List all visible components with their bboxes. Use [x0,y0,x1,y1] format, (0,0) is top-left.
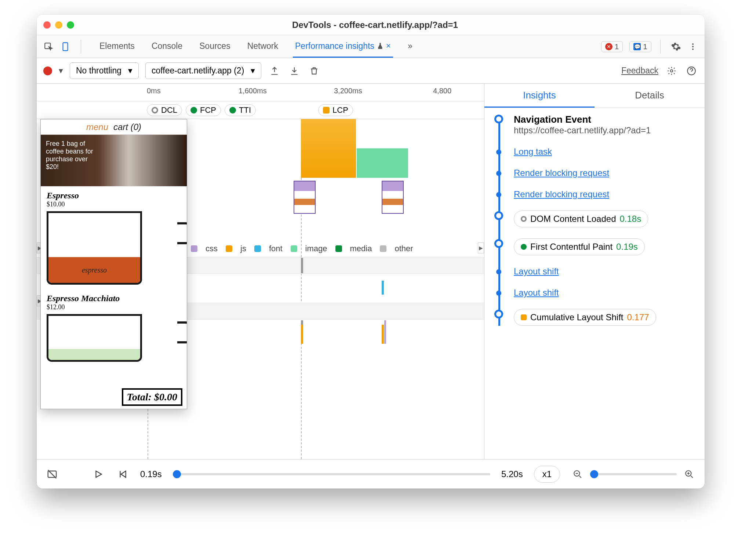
insight-layout-shift[interactable]: Layout shift [514,266,697,277]
insight-layout-shift[interactable]: Layout shift [514,288,697,298]
marker-dcl[interactable]: DCL [147,104,182,116]
lcp-block[interactable] [301,119,356,178]
insight-navigation[interactable]: Navigation Event https://coffee-cart.net… [514,114,697,136]
close-tab-icon[interactable]: × [386,41,391,51]
fcp-icon [190,107,197,113]
insights-toolbar: ▾ No throttling▾ coffee-cart.netlify.app… [37,58,705,84]
insights-panel: Insights Details Navigation Event https:… [484,84,705,459]
errors-badge[interactable]: ✕ 1 [601,41,623,52]
inspect-element-icon[interactable] [42,40,55,53]
timeline-canvas[interactable]: css js font image media other ▶ ▶ ▶ menu… [37,119,484,459]
kebab-menu-icon[interactable] [686,40,699,53]
issues-badge[interactable]: 💬 1 [629,41,651,52]
slider-thumb[interactable] [173,470,181,478]
cls-icon [521,314,527,320]
css-swatch-icon [191,245,197,252]
skip-start-icon[interactable] [116,468,129,481]
insight-render-blocking[interactable]: Render blocking request [514,189,697,199]
font-swatch-icon [254,245,261,252]
svg-point-5 [670,69,673,72]
insight-cls[interactable]: Cumulative Layout Shift 0.177 [514,309,697,326]
export-icon[interactable] [268,64,281,78]
js-swatch-icon [226,245,232,252]
throttling-select[interactable]: No throttling▾ [70,62,139,79]
delete-icon[interactable] [308,64,321,78]
tab-network[interactable]: Network [245,35,280,58]
info-icon: 💬 [633,43,641,50]
frame-preview: menu cart (0) Free 1 bag of coffee beans… [40,119,187,409]
speed-toggle[interactable]: x1 [534,466,560,483]
time-start: 0.19s [140,469,162,479]
tab-console[interactable]: Console [149,35,185,58]
chevron-down-icon: ▾ [128,66,132,76]
fcp-icon [521,244,527,250]
panel-tabs: Elements Console Sources Network Perform… [97,35,415,58]
insight-dcl[interactable]: DOM Content Loaded 0.18s [514,210,697,227]
close-window-icon[interactable] [43,21,51,29]
lcp-icon [323,107,330,113]
timeline-node-icon [496,149,501,155]
timeline-panel: 0ms 1,600ms 3,200ms 4,800 DCL FCP TTI LC… [37,84,484,459]
time-ruler[interactable]: 0ms 1,600ms 3,200ms 4,800 [37,84,484,101]
other-swatch-icon [380,245,386,252]
more-tabs-icon[interactable]: » [406,35,415,58]
timeline-node-icon [496,171,501,176]
zoom-slider[interactable] [590,473,677,475]
tab-details[interactable]: Details [595,84,705,108]
slider-thumb[interactable] [590,470,598,478]
marker-lcp[interactable]: LCP [318,104,353,116]
cart-link[interactable]: cart (0) [113,122,141,132]
timeline-node-icon [494,239,503,248]
gear-icon[interactable] [669,40,683,53]
minimize-window-icon[interactable] [55,21,62,29]
tab-sources[interactable]: Sources [197,35,232,58]
tab-performance-insights[interactable]: Performance insights × [293,35,393,58]
tab-insights[interactable]: Insights [484,84,595,108]
recording-select[interactable]: coffee-cart.netlify.app (2)▾ [145,62,261,79]
feedback-link[interactable]: Feedback [621,66,658,76]
insight-fcp[interactable]: First Contentful Paint 0.19s [514,238,697,255]
tab-elements[interactable]: Elements [97,35,137,58]
help-icon[interactable] [685,64,698,78]
screenshot-thumbnail[interactable] [382,181,404,214]
play-icon[interactable] [92,468,105,481]
time-end: 5.20s [501,469,523,479]
collapse-right-icon[interactable]: ▶ [478,242,484,253]
timeline-node-icon [494,211,503,220]
devtools-window: DevTools - coffee-cart.netlify.app/?ad=1… [37,15,705,489]
menu-link[interactable]: menu [86,122,108,132]
record-dropdown-icon[interactable]: ▾ [59,66,63,76]
tti-icon [229,107,236,113]
flask-icon [377,42,384,50]
product-card: Espresso $10.00 espresso [41,186,187,289]
no-screenshot-icon[interactable] [46,468,59,481]
device-toolbar-icon[interactable] [59,40,72,53]
timing-block[interactable] [357,148,408,178]
svg-point-3 [692,46,694,47]
zoom-out-icon[interactable] [571,468,584,481]
insights-timeline[interactable]: Navigation Event https://coffee-cart.net… [484,108,705,459]
timeline-node-icon [496,192,501,197]
record-button[interactable] [43,66,52,75]
timeline-node-icon [496,291,501,296]
titlebar: DevTools - coffee-cart.netlify.app/?ad=1 [37,15,705,35]
error-icon: ✕ [605,43,613,50]
timeline-node-icon [494,310,503,318]
product-card: Espresso Macchiato $12.00 [41,289,187,366]
screenshot-thumbnail[interactable] [294,181,316,214]
main-content: 0ms 1,600ms 3,200ms 4,800 DCL FCP TTI LC… [37,84,705,459]
insight-long-task[interactable]: Long task [514,147,697,157]
insight-render-blocking[interactable]: Render blocking request [514,168,697,178]
marker-tti[interactable]: TTI [225,104,256,116]
import-icon[interactable] [288,64,301,78]
settings-gear-icon[interactable] [665,64,678,78]
zoom-in-icon[interactable] [683,468,696,481]
timeline-node-icon [496,269,501,274]
cart-total: Total: $0.00 [122,388,182,406]
marker-fcp[interactable]: FCP [186,104,221,116]
product-name: Espresso [47,191,181,201]
maximize-window-icon[interactable] [67,21,74,29]
timeline-node-icon [494,115,503,123]
time-slider[interactable] [173,473,490,475]
markers-row: DCL FCP TTI LCP [37,101,484,119]
